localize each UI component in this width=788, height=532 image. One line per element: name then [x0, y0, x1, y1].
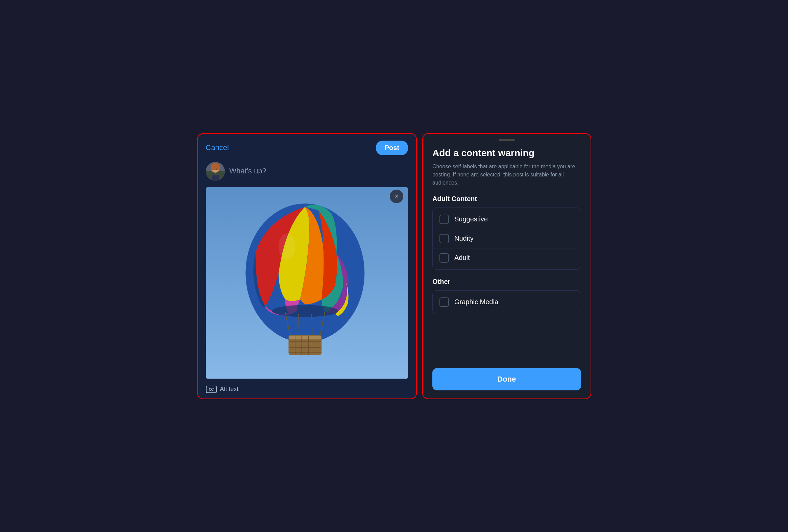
image-container: × — [206, 185, 408, 381]
checkbox-suggestive[interactable] — [439, 215, 449, 224]
post-button[interactable]: Post — [376, 141, 408, 155]
cancel-button[interactable]: Cancel — [206, 143, 229, 152]
nudity-label: Nudity — [454, 235, 474, 242]
suggestive-label: Suggestive — [454, 215, 488, 223]
svg-point-7 — [216, 168, 217, 169]
option-suggestive[interactable]: Suggestive — [433, 210, 581, 229]
checkbox-nudity[interactable] — [439, 234, 449, 243]
screen-container: Cancel Post — [197, 133, 591, 399]
avatar — [206, 162, 225, 181]
cc-icon: CC — [206, 386, 217, 393]
alt-text-label: Alt text — [220, 386, 239, 393]
option-adult[interactable]: Adult — [433, 249, 581, 267]
svg-rect-5 — [211, 165, 220, 170]
svg-point-6 — [213, 168, 214, 169]
modal-title: Add a content warning — [432, 148, 581, 159]
modal-description: Choose self-labels that are applicable f… — [432, 162, 581, 187]
svg-point-25 — [279, 233, 295, 260]
balloon-image — [206, 185, 408, 381]
compose-area: What's up? — [198, 159, 416, 185]
drag-handle — [499, 139, 515, 141]
other-section-title: Other — [432, 278, 581, 285]
adult-label: Adult — [454, 254, 470, 262]
checkbox-graphic-media[interactable] — [439, 297, 449, 307]
left-header: Cancel Post — [198, 134, 416, 159]
graphic-media-label: Graphic Media — [454, 298, 498, 306]
right-panel: Add a content warning Choose self-labels… — [422, 133, 591, 399]
adult-content-options: Suggestive Nudity Adult — [432, 208, 581, 270]
option-graphic-media[interactable]: Graphic Media — [433, 293, 581, 312]
left-panel: Cancel Post — [197, 133, 417, 399]
compose-placeholder: What's up? — [230, 162, 267, 175]
svg-rect-8 — [212, 175, 219, 181]
done-button[interactable]: Done — [432, 368, 581, 390]
option-nudity[interactable]: Nudity — [433, 229, 581, 249]
close-button[interactable]: × — [390, 190, 403, 203]
other-options: Graphic Media — [432, 290, 581, 314]
svg-point-11 — [272, 305, 338, 317]
checkbox-adult[interactable] — [439, 253, 449, 263]
svg-rect-17 — [289, 336, 321, 339]
alt-text-bar[interactable]: CC Alt text — [198, 381, 416, 398]
adult-content-section-title: Adult Content — [432, 195, 581, 203]
